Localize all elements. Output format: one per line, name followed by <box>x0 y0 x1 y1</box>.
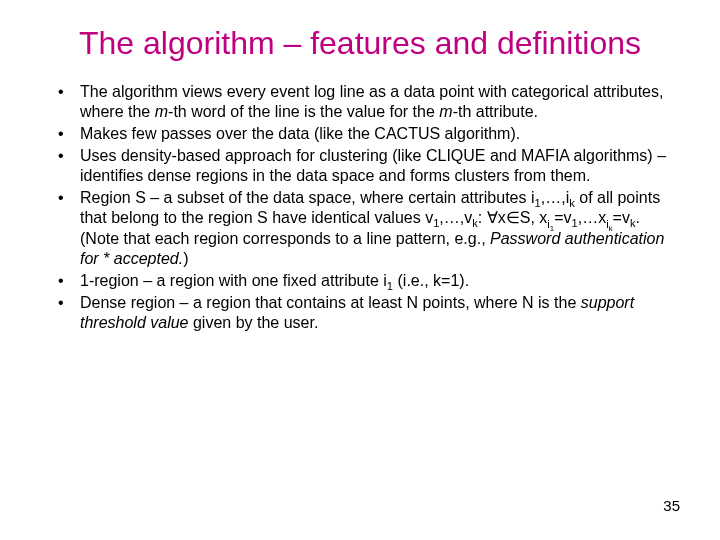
bullet-text: -th attribute. <box>453 103 538 120</box>
element-of-symbol: ∈ <box>506 209 520 226</box>
bullet-text: : <box>478 209 487 226</box>
math-var: m <box>155 103 168 120</box>
bullet-text: Dense region – a region that contains at… <box>80 294 581 311</box>
content-area: The algorithm views every event log line… <box>40 82 680 332</box>
bullet-text: ,…,v <box>439 209 472 226</box>
forall-symbol: ∀ <box>487 209 498 226</box>
bullet-text: (i.e., k=1). <box>393 272 469 289</box>
bullet-text: Uses density-based approach for clusteri… <box>80 147 666 184</box>
bullet-text: Region S – a subset of the data space, w… <box>80 189 535 206</box>
bullet-item: The algorithm views every event log line… <box>48 82 680 122</box>
slide-title: The algorithm – features and definitions <box>40 24 680 62</box>
bullet-item: Dense region – a region that contains at… <box>48 293 680 333</box>
bullet-text: =v <box>613 209 630 226</box>
bullet-item: Region S – a subset of the data space, w… <box>48 188 680 268</box>
bullet-text: given by the user. <box>189 314 319 331</box>
bullet-item: Makes few passes over the data (like the… <box>48 124 680 144</box>
bullet-item: 1-region – a region with one fixed attri… <box>48 271 680 291</box>
math-var: m <box>439 103 452 120</box>
page-number: 35 <box>663 497 680 514</box>
bullet-text: S, x <box>520 209 548 226</box>
bullet-text: ,…x <box>578 209 606 226</box>
bullet-text: x <box>498 209 506 226</box>
bullet-text: -th word of the line is the value for th… <box>168 103 439 120</box>
bullet-text: Makes few passes over the data (like the… <box>80 125 520 142</box>
bullet-text: ,…,i <box>541 189 569 206</box>
bullet-text: ) <box>183 250 188 267</box>
bullet-text: 1-region – a region with one fixed attri… <box>80 272 387 289</box>
bullet-item: Uses density-based approach for clusteri… <box>48 146 680 186</box>
bullet-list: The algorithm views every event log line… <box>48 82 680 332</box>
bullet-text: =v <box>554 209 571 226</box>
